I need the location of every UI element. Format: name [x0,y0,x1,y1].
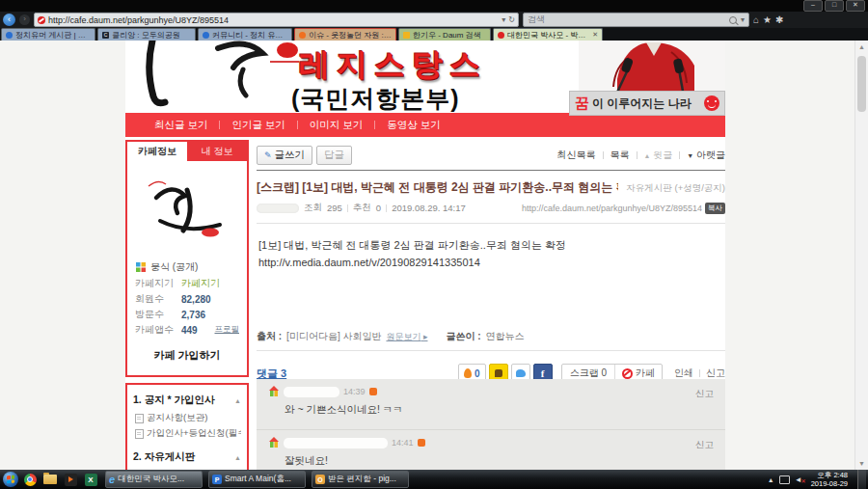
divider [637,151,637,159]
divider [603,151,604,159]
taskbar-window-label: 받은 편지함 - pig... [328,474,396,485]
search-box[interactable]: 검색 ▾ [523,13,749,27]
show-desktop-button[interactable] [857,470,866,489]
join-cafe-button[interactable]: 카페 가입하기 [127,338,247,375]
system-tray: ▲ ◄✕ 오후 2:48 2019-08-29 [768,470,868,489]
tab-label: 한기우 - Daum 검색 [413,30,486,41]
print-link[interactable]: 인쇄 [674,367,693,380]
nav-videos[interactable]: 동영상 보기 [375,119,451,132]
write-post-button[interactable]: ✎ 글쓰기 [257,146,312,165]
browser-tab[interactable]: 정치유머 게시판 | 루리웹 [1,28,95,41]
board-icon [135,414,144,423]
permalink-url: http://cafe.daum.net/parkgunhye/U8YZ/895… [522,204,702,213]
report-post-link[interactable]: 신고 [706,367,725,380]
browser-tab[interactable]: 이슈 - 웃정놀던 자원 : 다음뉴스 [294,28,396,41]
member-grade-icon [268,386,280,397]
board-item[interactable]: 공지사항(보관) [133,409,241,424]
clock-time: 오후 2:48 [811,471,848,479]
hidden-icons-arrow[interactable]: ▲ [768,476,774,483]
prev-post-link[interactable]: ▲ 윗글 [644,149,673,162]
reply-button[interactable]: 답글 [316,146,352,165]
author-name-blurred[interactable] [257,204,299,213]
latest-list-link[interactable]: 최신목록 [557,149,596,162]
list-link[interactable]: 목록 [610,149,630,162]
browser-tab[interactable]: 커뮤니티 - 정치 유게(북유게) .. [198,28,292,41]
start-button[interactable] [3,472,18,487]
post-board-link[interactable]: 자유게시판 (+성명/공지) [626,182,725,195]
permalink-wrap: http://cafe.daum.net/parkgunhye/U8YZ/895… [522,203,725,214]
page-scrollbar[interactable]: ▲ ▼ [854,41,868,470]
tab-cafe-info[interactable]: 카페정보 [127,142,187,161]
url-text[interactable]: http://cafe.daum.net/parkgunhye/U8YZ/895… [48,15,499,25]
commenter-name-blurred[interactable] [284,387,339,397]
search-input[interactable]: 검색 [528,14,725,26]
nav-latest-posts[interactable]: 최신글 보기 [143,119,219,132]
menu-section[interactable]: 1. 공지 * 가입인사 ▲ [133,391,241,409]
comment-head: 14:41 신고 [268,437,716,448]
taskbar-window-smart-a[interactable]: P Smart A Main(홈... [208,471,306,488]
profile-link[interactable]: 프로필 [215,324,240,336]
network-icon[interactable] [779,475,790,484]
like-count: 0 [475,368,480,379]
collapse-icon[interactable]: ▲ [234,397,241,404]
browser-tab[interactable]: 한기우 - Daum 검색 [398,28,491,41]
browser-tab-active[interactable]: 대한민국 박사모 - 박근혜... ✕ [493,28,603,41]
report-comment-link[interactable]: 신고 [695,388,714,400]
address-bar[interactable]: http://cafe.daum.net/parkgunhye/U8YZ/895… [34,13,519,27]
scroll-up-icon[interactable]: ▲ [855,41,868,53]
report-comment-link[interactable]: 신고 [695,439,714,451]
media-player-icon[interactable] [63,472,78,487]
taskbar-window-ie[interactable]: e 대한민국 박사모... [105,471,203,488]
home-icon[interactable]: ⌂ [753,15,759,25]
page-viewport: 레지스탕스 (국민저항본부) 꿈 이 이루어지는 나라 [0,41,868,470]
tab-label: 대한민국 박사모 - 박근혜... [507,30,589,41]
up-arrow-icon: ▲ [644,152,651,159]
refresh-icon[interactable]: ↻ [508,15,515,24]
tab-my-info[interactable]: 내 정보 [187,142,247,161]
post-area: ✎ 글쓰기 답글 최신목록 목록 ▲ 윗글 ▼ 아랫글 [257,145,725,470]
commenter-name-blurred[interactable] [284,438,388,448]
taskbar-clock[interactable]: 오후 2:48 2019-08-29 [811,471,848,489]
grade-label: 뭉식 (공개) [150,260,198,274]
prev-post-label: 윗글 [653,149,672,160]
taskbar-window-outlook[interactable]: O 받은 편지함 - pig... [312,471,409,488]
source-label: 출처 : [257,330,282,343]
maximize-button[interactable]: □ [825,0,844,12]
forward-button[interactable]: › [19,14,30,25]
close-button[interactable]: ✕ [846,0,865,12]
cafe-owner-link[interactable]: 카페지기 [181,277,220,290]
cafe-page: 레지스탕스 (국민저항본부) 꿈 이 이루어지는 나라 [125,41,725,470]
cafe-logo [127,161,247,258]
back-button[interactable]: ‹ [3,14,15,26]
nav-images[interactable]: 이미지 보기 [298,119,374,132]
address-dropdown-icon[interactable]: ▾ [502,15,505,24]
browser-tab[interactable]: C 클리앙 : 모두의공원 [97,28,196,41]
tab-label: 이슈 - 웃정놀던 자원 : 다음뉴스 [309,30,392,41]
search-icon[interactable] [729,16,737,24]
next-post-link[interactable]: ▼ 아랫글 [687,149,725,162]
minimize-button[interactable]: – [803,0,823,12]
explorer-folder-icon[interactable] [42,472,58,487]
chrome-icon[interactable] [22,472,38,487]
collapse-icon[interactable]: ▲ [234,454,241,461]
cafe-banner: 레지스탕스 (국민저항본부) 꿈 이 이루어지는 나라 [125,41,725,113]
post-body: [1보] 대법, 박근혜 전 대통령 2심 판결 파기환송..무죄 혐의는 확정… [257,224,725,325]
post-body-link[interactable]: http://v.media.daum.net/v/20190829141335… [258,254,723,271]
stat-label: 방문수 [135,308,181,321]
banner-subtitle: (국민저항본부) [291,83,460,115]
volume-muted-icon[interactable]: ◄✕ [795,475,802,484]
excel-icon[interactable]: X [83,472,98,487]
search-dropdown-icon[interactable]: ▾ [741,15,745,24]
tools-icon[interactable]: ✱ [775,15,783,25]
scrollbar-thumb[interactable] [857,56,866,112]
tab-close-icon[interactable]: ✕ [592,31,598,39]
nav-popular-posts[interactable]: 인기글 보기 [220,119,296,132]
favorites-icon[interactable]: ★ [763,15,772,25]
board-item[interactable]: 가입인사+등업신청(필수) [133,424,241,440]
comments-section: 14:39 신고 와 ~ 기쁜소식이네요! ㅋㅋ [257,379,725,470]
menu-section[interactable]: 2. 자유게시판 ▲ [133,448,241,466]
copy-url-button[interactable]: 복사 [705,203,725,214]
view-original-link[interactable]: 원문보기 ▸ [386,331,427,343]
view-original-label: 원문보기 [386,332,420,341]
scroll-down-icon[interactable]: ▼ [855,457,868,470]
